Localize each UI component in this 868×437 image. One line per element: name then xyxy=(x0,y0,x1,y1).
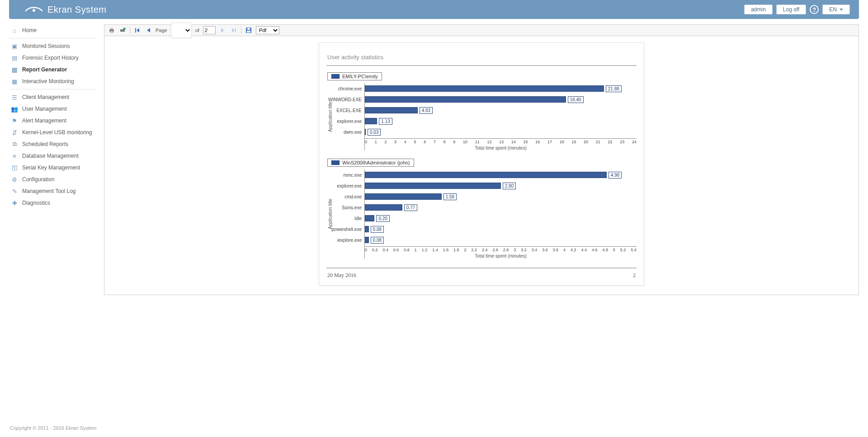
user-button[interactable]: admin xyxy=(744,5,773,14)
sidebar-item-label: Monitored Sessions xyxy=(22,43,70,49)
export-format-select[interactable]: Pdf xyxy=(256,26,279,34)
bar xyxy=(365,215,374,221)
bar-value: 0.08 xyxy=(371,226,384,233)
x-tick: 2 xyxy=(464,248,467,252)
report-icon: ▥ xyxy=(10,66,19,73)
x-tick: 4.6 xyxy=(592,248,598,252)
sidebar-item-home[interactable]: ⌂Home xyxy=(9,24,95,36)
sidebar-item-diagnostics[interactable]: ✚Diagnostics xyxy=(9,197,95,209)
x-axis: 0123456789101112131415161718192021222324 xyxy=(365,138,637,145)
sidebar-item-serial-key-management[interactable]: ⚿Serial Key Management xyxy=(9,162,95,174)
sidebar-item-monitored-sessions[interactable]: ▣Monitored Sessions xyxy=(9,40,95,52)
site-footer: Copyright © 2011 - 2016 Ekran System xyxy=(0,421,868,437)
bar-row: 1.58 xyxy=(365,191,637,202)
sidebar-item-kernel-level-usb-monitoring[interactable]: ⇵Kernel-Level USB monitoring xyxy=(9,127,95,138)
last-page-icon[interactable] xyxy=(230,27,237,34)
x-tick: 4.8 xyxy=(602,248,608,252)
x-tick: 2.4 xyxy=(482,248,488,252)
chart-1: WinS2008\Administrator (john)Application… xyxy=(326,159,637,258)
x-tick: 9 xyxy=(453,140,455,144)
sidebar-item-label: Database Management xyxy=(22,153,79,159)
sidebar-item-label: Diagnostics xyxy=(22,200,50,206)
report-title: User activity statistics xyxy=(326,51,637,65)
nav-separator xyxy=(9,38,95,38)
bar-value: 4.98 xyxy=(609,172,622,179)
x-tick: 20 xyxy=(584,140,588,144)
x-tick: 6 xyxy=(424,140,426,144)
x-tick: 15 xyxy=(524,140,528,144)
x-axis-label: Total time spent (minutes) xyxy=(365,254,637,258)
x-tick: 14 xyxy=(511,140,516,144)
next-page-icon[interactable] xyxy=(219,27,226,34)
x-tick: 4 xyxy=(404,140,406,144)
bar xyxy=(365,226,369,232)
sidebar-item-forensic-export-history[interactable]: ▤Forensic Export History xyxy=(9,52,95,64)
sidebar-item-label: Home xyxy=(22,27,37,33)
sidebar-item-label: Interactive Monitoring xyxy=(22,78,74,85)
bar xyxy=(365,204,402,211)
sidebar-item-management-tool-log[interactable]: ✎Management Tool Log xyxy=(9,185,95,197)
bar-row: 4.83 xyxy=(365,105,637,116)
plot-inner: 21.8818.404.831.130.03 xyxy=(365,83,637,137)
page-total-input[interactable] xyxy=(203,26,216,34)
bar-value: 1.13 xyxy=(379,118,392,125)
bar-value: 0.08 xyxy=(371,237,384,244)
bar-row: 0.08 xyxy=(365,224,637,235)
chart-0: EMILY-PC\emilyApplication titlechrome.ex… xyxy=(326,72,637,150)
logo-eye-icon xyxy=(25,5,43,14)
x-axis: 00.20.40.60.811.21.41.61.822.22.42.62.83… xyxy=(365,246,637,253)
divider xyxy=(326,268,637,268)
sidebar-item-scheduled-reports[interactable]: ⧉Scheduled Reports xyxy=(9,138,95,150)
print-current-icon[interactable] xyxy=(119,27,126,34)
bar-value: 4.83 xyxy=(420,107,433,114)
bar-row: 0.20 xyxy=(365,213,637,224)
x-tick: 1.2 xyxy=(422,248,428,252)
y-categories: chrome.exeWINWORD.EXEEXCEL.EXEexplorer.e… xyxy=(334,83,364,150)
help-icon[interactable]: ? xyxy=(810,5,819,14)
plot-inner: 4.982.801.580.770.200.080.08 xyxy=(365,169,637,245)
x-tick: 21 xyxy=(596,140,600,144)
bar-value: 2.80 xyxy=(503,183,516,189)
print-icon[interactable] xyxy=(108,27,115,34)
main-panel: Page 2 of Pdf User activity statisti xyxy=(104,24,859,421)
page-current-select[interactable]: 2 xyxy=(171,23,192,38)
x-tick: 8 xyxy=(443,140,446,144)
x-tick: 16 xyxy=(535,140,540,144)
topbar-right: admin Log off ? EN xyxy=(744,5,850,14)
sidebar-item-configuration[interactable]: ⚙Configuration xyxy=(9,174,95,185)
sidebar-item-user-management[interactable]: 👥User Management xyxy=(9,103,95,115)
bar-value: 21.88 xyxy=(606,85,622,92)
x-tick: 3.8 xyxy=(553,248,559,252)
x-tick: 0.2 xyxy=(372,248,378,252)
legend-swatch xyxy=(331,160,340,165)
language-dropdown[interactable]: EN xyxy=(822,5,850,14)
x-tick: 3.2 xyxy=(521,248,527,252)
first-page-icon[interactable] xyxy=(134,27,141,34)
x-tick: 23 xyxy=(620,140,624,144)
logoff-button[interactable]: Log off xyxy=(776,5,806,14)
sidebar-item-client-management[interactable]: ☰Client Management xyxy=(9,91,95,103)
category-label: Ssms.exe xyxy=(334,202,362,213)
report-toolbar: Page 2 of Pdf xyxy=(104,24,859,36)
bar xyxy=(365,129,366,135)
sidebar-item-interactive-monitoring[interactable]: ▦Interactive Monitoring xyxy=(9,75,95,87)
sidebar: ⌂Home▣Monitored Sessions▤Forensic Export… xyxy=(9,24,95,421)
nav-separator xyxy=(9,89,95,89)
sidebar-item-alert-management[interactable]: ⚑Alert Management xyxy=(9,115,95,127)
x-tick: 0 xyxy=(365,248,367,252)
sidebar-item-database-management[interactable]: ≡Database Management xyxy=(9,150,95,162)
bar xyxy=(365,118,377,124)
svg-rect-10 xyxy=(247,28,250,30)
export-save-icon[interactable] xyxy=(245,27,252,34)
bar-value: 0.03 xyxy=(368,129,381,136)
legend-label: EMILY-PC\emily xyxy=(342,74,378,79)
prev-page-icon[interactable] xyxy=(145,27,152,34)
svg-rect-6 xyxy=(135,28,136,33)
x-tick: 1 xyxy=(375,140,377,144)
alert-icon: ⚑ xyxy=(10,117,19,124)
sidebar-item-report-generator[interactable]: ▥Report Generator xyxy=(9,64,95,75)
diag-icon: ✚ xyxy=(10,200,19,206)
bar xyxy=(365,96,566,103)
x-tick: 5 xyxy=(414,140,416,144)
report-viewer: User activity statistics EMILY-PC\emilyA… xyxy=(104,36,859,295)
